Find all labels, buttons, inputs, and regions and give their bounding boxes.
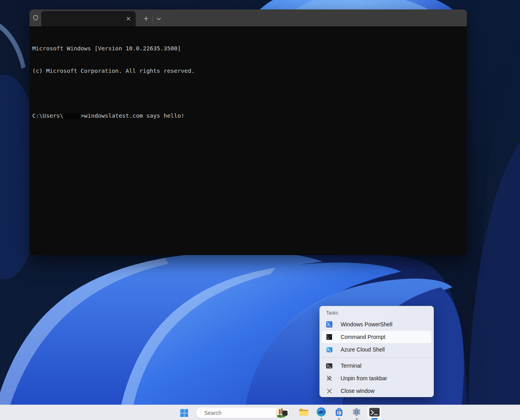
jumplist-item-command-prompt[interactable]: C:\ Command Prompt — [322, 331, 431, 343]
taskbar-search[interactable] — [195, 407, 280, 418]
jumplist-item-azure-cloud-shell[interactable]: Azure Cloud Shell — [322, 343, 431, 356]
jumplist-item-label: Unpin from taskbar — [341, 375, 387, 381]
windows-logo-icon — [179, 408, 189, 418]
jumplist-item-close-window[interactable]: Close window — [322, 385, 431, 397]
running-indicator — [356, 418, 358, 420]
settings-gear-icon — [352, 407, 361, 418]
search-input[interactable] — [204, 410, 275, 416]
redacted-username — [63, 114, 81, 119]
jumplist-divider — [320, 357, 433, 358]
store-button[interactable] — [330, 405, 348, 420]
jumplist-item-label: Close window — [341, 388, 374, 394]
jumplist-item-unpin[interactable]: Unpin from taskbar — [322, 372, 431, 385]
terminal-line: (c) Microsoft Corporation. All rights re… — [32, 67, 467, 74]
settings-button[interactable] — [348, 405, 365, 420]
edge-icon — [316, 407, 326, 418]
taskbar — [0, 405, 520, 420]
unpin-icon — [326, 375, 332, 381]
azure-cloud-shell-icon — [326, 346, 332, 353]
tab-dropdown-button[interactable] — [153, 11, 164, 26]
titlebar[interactable] — [30, 9, 467, 26]
jumplist-item-label: Azure Cloud Shell — [341, 346, 385, 353]
terminal-prompt-line: C:\Users\>windowslatest.com says hello! — [32, 112, 467, 119]
task-view-icon — [281, 407, 291, 418]
powershell-icon — [326, 321, 332, 327]
command-prompt-icon: C:\ — [326, 334, 332, 340]
start-button[interactable] — [178, 408, 190, 418]
desktop: Microsoft Windows [Version 10.0.22635.35… — [0, 0, 520, 420]
terminal-icon — [326, 363, 332, 369]
prompt-command: >windowslatest.com says hello! — [81, 112, 184, 119]
active-app-indicator — [371, 418, 378, 420]
taskbar-icons — [277, 405, 383, 420]
taskbar-jump-list: Tasks Windows PowerShell C:\ — [319, 306, 434, 397]
svg-text:C:\: C:\ — [327, 335, 331, 337]
terminal-window: Microsoft Windows [Version 10.0.22635.35… — [30, 9, 467, 255]
jumplist-item-label: Terminal — [341, 363, 361, 369]
file-explorer-icon — [299, 407, 309, 418]
prompt-path: C:\Users\ — [32, 112, 63, 119]
jumplist-item-terminal[interactable]: Terminal — [322, 359, 431, 372]
jumplist-item-label: Command Prompt — [341, 334, 385, 340]
terminal-tab[interactable] — [41, 11, 136, 26]
store-icon — [334, 407, 344, 418]
task-view-button[interactable] — [277, 405, 295, 420]
jumplist-item-label: Windows PowerShell — [341, 321, 393, 327]
running-indicator — [338, 418, 340, 420]
running-indicator — [320, 418, 322, 420]
terminal-output[interactable]: Microsoft Windows [Version 10.0.22635.35… — [30, 26, 467, 255]
jumplist-item-windows-powershell[interactable]: Windows PowerShell — [322, 318, 431, 331]
file-explorer-button[interactable] — [295, 405, 312, 420]
jumplist-section-label: Tasks — [320, 308, 433, 318]
admin-shield-icon — [30, 9, 41, 26]
tab-close-icon[interactable] — [124, 15, 133, 23]
terminal-line: Microsoft Windows [Version 10.0.22635.35… — [32, 44, 467, 52]
terminal-button[interactable] — [365, 405, 383, 420]
close-icon — [326, 388, 332, 394]
new-tab-button[interactable] — [140, 11, 151, 26]
terminal-line-blank — [32, 89, 467, 97]
edge-button[interactable] — [312, 405, 330, 420]
titlebar-separator — [152, 15, 153, 22]
